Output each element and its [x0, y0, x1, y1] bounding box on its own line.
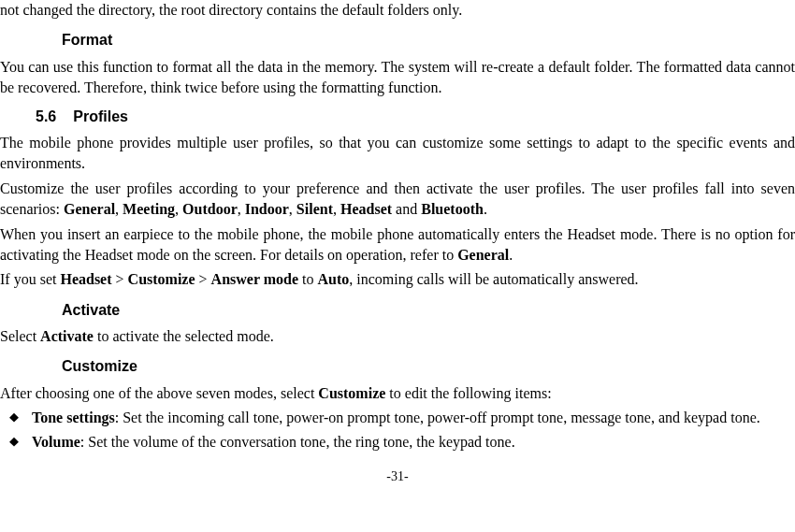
section-number: 5.6 — [36, 107, 56, 127]
scenario-meeting: Meeting — [123, 201, 175, 217]
section-title: Profiles — [73, 108, 128, 124]
scenario-bluetooth: Bluetooth — [421, 201, 484, 217]
volume-label: Volume — [32, 434, 80, 450]
customize-paragraph: After choosing one of the above seven mo… — [0, 383, 795, 404]
heading-activate: Activate — [62, 300, 795, 321]
activate-word: Activate — [40, 328, 94, 344]
heading-profiles: 5.6Profiles — [0, 107, 795, 127]
list-item-volume: Volume: Set the volume of the conversati… — [0, 432, 795, 453]
path-auto: Auto — [318, 271, 350, 287]
page-number: -31- — [0, 467, 795, 486]
scenario-indoor: Indoor — [245, 201, 289, 217]
document-page: not changed the directory, the root dire… — [0, 0, 795, 486]
top-fragment: not changed the directory, the root dire… — [0, 0, 795, 21]
tone-settings-label: Tone settings — [32, 410, 115, 425]
format-paragraph: You can use this function to format all … — [0, 57, 795, 99]
profiles-paragraph-1: The mobile phone provides multiple user … — [0, 133, 795, 175]
heading-format: Format — [62, 30, 795, 50]
tone-settings-text: : Set the incoming call tone, power-on p… — [115, 410, 760, 425]
path-answer-mode: Answer mode — [211, 271, 298, 287]
scenario-headset: Headset — [340, 201, 392, 217]
activate-paragraph: Select Activate to activate the selected… — [0, 326, 795, 347]
profiles-paragraph-4: If you set Headset > Customize > Answer … — [0, 269, 795, 290]
scenario-general: General — [64, 201, 115, 217]
profiles-paragraph-3: When you insert an earpiece to the mobil… — [0, 224, 795, 266]
customize-list: Tone settings: Set the incoming call ton… — [0, 408, 795, 453]
scenario-outdoor: Outdoor — [182, 201, 238, 217]
list-item-tone: Tone settings: Set the incoming call ton… — [0, 408, 795, 428]
heading-customize: Customize — [62, 356, 795, 377]
path-headset: Headset — [60, 271, 111, 287]
profiles-paragraph-2: Customize the user profiles according to… — [0, 179, 795, 221]
customize-word: Customize — [318, 385, 385, 401]
volume-text: : Set the volume of the conversation ton… — [80, 434, 515, 450]
scenario-silent: Silent — [296, 201, 333, 217]
general-ref: General — [457, 247, 509, 263]
path-customize: Customize — [128, 271, 195, 287]
